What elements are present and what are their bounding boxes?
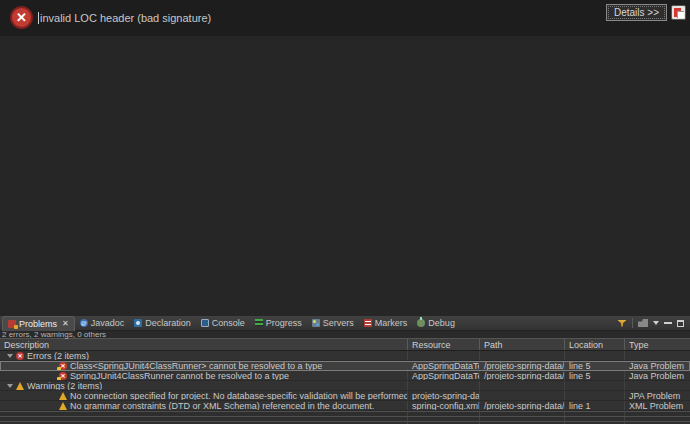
row-type: JPA Problem bbox=[624, 391, 690, 400]
table-row-empty bbox=[0, 411, 690, 416]
error-icon: ✕ bbox=[10, 6, 33, 29]
table-row-error-2[interactable]: ✕ SpringJUnit4ClassRunner cannot be reso… bbox=[0, 371, 690, 381]
tab-label: Progress bbox=[266, 318, 302, 328]
tab-console[interactable]: Console bbox=[196, 316, 250, 331]
row-description: Errors (2 items) bbox=[27, 351, 89, 360]
dialog-actions: Details >> bbox=[606, 4, 686, 21]
tab-javadoc[interactable]: @ Javadoc bbox=[75, 316, 130, 331]
console-icon bbox=[201, 319, 209, 327]
tab-label: Problems bbox=[19, 319, 57, 329]
error-message-area: invalid LOC header (bad signature) bbox=[38, 11, 211, 25]
warning-icon bbox=[59, 392, 67, 400]
tab-servers[interactable]: Servers bbox=[307, 316, 359, 331]
warning-icon bbox=[59, 402, 67, 410]
row-path: /projeto-spring-data/src/mai... bbox=[479, 401, 564, 410]
row-type: Java Problem bbox=[624, 361, 690, 370]
problems-view: Problems ✕ @ Javadoc Declaration Console… bbox=[0, 316, 690, 424]
error-report-icon[interactable] bbox=[671, 5, 686, 20]
tab-debug[interactable]: Debug bbox=[412, 316, 460, 331]
table-header: Description Resource Path Location Type bbox=[0, 339, 690, 351]
details-button[interactable]: Details >> bbox=[606, 4, 667, 21]
row-location: line 5 bbox=[564, 371, 624, 380]
row-resource: AppSpringDataTeste.java bbox=[407, 371, 479, 380]
row-resource: AppSpringDataTeste.java bbox=[407, 361, 479, 370]
column-header-type[interactable]: Type bbox=[624, 339, 690, 350]
row-resource: spring-config.xml bbox=[407, 401, 479, 410]
column-header-location[interactable]: Location bbox=[564, 339, 624, 350]
row-location: line 5 bbox=[564, 361, 624, 370]
tab-label: Servers bbox=[323, 318, 354, 328]
row-location bbox=[564, 391, 624, 400]
editor-empty-area bbox=[0, 36, 690, 316]
column-header-resource[interactable]: Resource bbox=[407, 339, 479, 350]
view-tab-bar: Problems ✕ @ Javadoc Declaration Console… bbox=[0, 316, 690, 331]
table-row-errors-group[interactable]: ✕ Errors (2 items) bbox=[0, 351, 690, 361]
table-row-warning-1[interactable]: No connection specified for project. No … bbox=[0, 391, 690, 401]
table-row-warnings-group[interactable]: Warnings (2 items) bbox=[0, 381, 690, 391]
row-path bbox=[479, 391, 564, 400]
row-type: XML Problem bbox=[624, 401, 690, 410]
expand-arrow-icon[interactable] bbox=[7, 384, 13, 388]
tab-label: Debug bbox=[428, 318, 455, 328]
tab-markers[interactable]: Markers bbox=[359, 316, 413, 331]
problems-table: ✕ Errors (2 items) ✕ Class<SpringJUnit4C… bbox=[0, 351, 690, 424]
problems-icon bbox=[8, 320, 16, 328]
expand-arrow-icon[interactable] bbox=[7, 354, 13, 358]
error-dialog-bar: ✕ invalid LOC header (bad signature) Det… bbox=[0, 0, 690, 36]
column-header-path[interactable]: Path bbox=[479, 339, 564, 350]
eclipse-window: { "colors": { "error_red": "#c23a32", "w… bbox=[0, 0, 690, 424]
row-description: Class<SpringJUnit4ClassRunner> cannot be… bbox=[70, 361, 322, 370]
tab-label: Javadoc bbox=[91, 318, 125, 328]
progress-icon bbox=[255, 319, 263, 327]
markers-icon bbox=[364, 319, 372, 327]
warning-icon bbox=[16, 382, 24, 390]
error-quickfix-icon: ✕ bbox=[59, 372, 67, 380]
tab-label: Declaration bbox=[145, 318, 191, 328]
tab-label: Console bbox=[212, 318, 245, 328]
row-description: SpringJUnit4ClassRunner cannot be resolv… bbox=[70, 371, 289, 380]
error-message: invalid LOC header (bad signature) bbox=[40, 12, 211, 24]
row-location: line 1 bbox=[564, 401, 624, 410]
table-row-warning-2[interactable]: No grammar constraints (DTD or XML Schem… bbox=[0, 401, 690, 411]
tab-problems[interactable]: Problems ✕ bbox=[2, 316, 75, 331]
servers-icon bbox=[312, 319, 320, 327]
maximize-icon[interactable] bbox=[677, 320, 684, 327]
row-resource: projeto-spring-data bbox=[407, 391, 479, 400]
tab-declaration[interactable]: Declaration bbox=[129, 316, 196, 331]
row-path: /projeto-spring-data/src/test... bbox=[479, 371, 564, 380]
row-description: No connection specified for project. No … bbox=[70, 391, 407, 400]
table-row-empty bbox=[0, 416, 690, 421]
row-path: /projeto-spring-data/src/test... bbox=[479, 361, 564, 370]
filter-icon[interactable] bbox=[617, 320, 627, 327]
row-description: Warnings (2 items) bbox=[27, 381, 102, 390]
text-caret bbox=[38, 12, 39, 24]
debug-icon bbox=[417, 319, 425, 327]
tab-progress[interactable]: Progress bbox=[250, 316, 307, 331]
minimize-icon[interactable] bbox=[664, 322, 672, 324]
tab-label: Markers bbox=[375, 318, 408, 328]
problems-summary: 2 errors, 2 warnings, 0 others bbox=[0, 331, 690, 339]
error-quickfix-icon: ✕ bbox=[59, 362, 67, 370]
chevron-down-icon[interactable] bbox=[653, 321, 659, 325]
view-toolbar bbox=[617, 318, 690, 328]
declaration-icon bbox=[134, 319, 142, 327]
error-icon: ✕ bbox=[16, 352, 24, 360]
close-icon[interactable]: ✕ bbox=[62, 319, 69, 328]
view-menu-icon[interactable] bbox=[638, 319, 648, 327]
table-row-error-1[interactable]: ✕ Class<SpringJUnit4ClassRunner> cannot … bbox=[0, 361, 690, 371]
column-header-description[interactable]: Description bbox=[0, 339, 407, 350]
row-type: Java Problem bbox=[624, 371, 690, 380]
javadoc-icon: @ bbox=[80, 319, 88, 327]
row-description: No grammar constraints (DTD or XML Schem… bbox=[70, 401, 374, 410]
toolbar-separator bbox=[632, 318, 633, 328]
